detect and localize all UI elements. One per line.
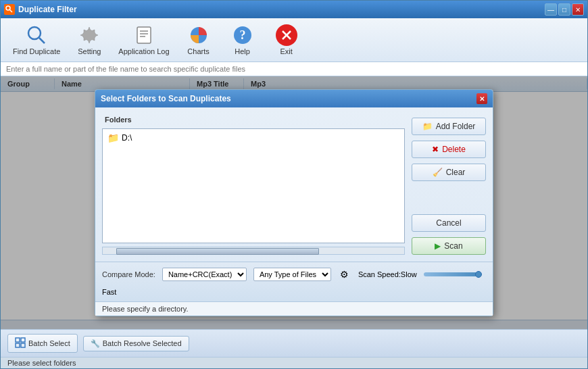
folder-icon: 📁 — [107, 132, 119, 143]
toolbar-find-duplicate[interactable]: Find Duplicate — [7, 22, 66, 58]
batch-resolve-label: Batch Resolve Selected — [103, 339, 182, 347]
modal-title: Select Folders to Scan Duplicates — [101, 94, 231, 103]
title-bar: Duplicate Filter — □ ✕ — [1, 1, 587, 18]
folder-path: D:\ — [122, 133, 132, 143]
search-bar — [1, 62, 587, 76]
scan-button[interactable]: ▶ Scan — [412, 237, 486, 255]
folder-item: 📁 D:\ — [105, 131, 402, 145]
svg-rect-6 — [137, 27, 151, 43]
maximize-button[interactable]: □ — [558, 3, 570, 16]
scroll-thumb — [116, 248, 319, 255]
status-bar: Please select folders — [1, 357, 587, 368]
add-folder-label: Add Folder — [436, 122, 476, 131]
batch-select-label: Batch Select — [28, 339, 70, 347]
folders-list[interactable]: 📁 D:\ — [102, 128, 405, 243]
exit-label: Exit — [280, 47, 292, 55]
window-controls: — □ ✕ — [545, 3, 584, 16]
button-spacer — [412, 187, 486, 209]
add-folder-icon: 📁 — [422, 122, 433, 131]
title-bar-left: Duplicate Filter — [4, 4, 77, 15]
modal-body: Folders 📁 D:\ — [95, 107, 493, 262]
toolbar-application-log[interactable]: Application Log — [113, 22, 174, 58]
close-button[interactable]: ✕ — [572, 3, 584, 16]
main-content: Group Name Mp3 Title Mp3 Select Folders … — [1, 76, 587, 329]
exit-icon — [276, 24, 297, 46]
file-settings-icon[interactable]: ⚙ — [338, 268, 351, 281]
modal-dialog: Select Folders to Scan Duplicates ✕ Fold… — [95, 89, 493, 316]
svg-rect-14 — [16, 338, 20, 342]
cancel-button[interactable]: Cancel — [412, 214, 486, 232]
app-icon — [4, 4, 15, 15]
cancel-label: Cancel — [436, 218, 461, 228]
svg-line-4 — [39, 38, 45, 43]
find-duplicate-icon — [26, 24, 47, 46]
scan-speed-label: Scan Speed:Slow — [358, 270, 417, 278]
clear-label: Clear — [446, 168, 466, 177]
modal-close-button[interactable]: ✕ — [476, 93, 487, 104]
application-log-label: Application Log — [118, 47, 169, 55]
clear-button[interactable]: 🧹 Clear — [412, 164, 486, 181]
help-label: Help — [235, 47, 250, 55]
svg-rect-17 — [21, 343, 25, 347]
delete-button[interactable]: ✖ Delete — [412, 141, 486, 158]
compare-mode-label: Compare Mode: — [102, 270, 155, 278]
search-input[interactable] — [6, 65, 582, 73]
scan-label: Scan — [444, 241, 462, 251]
add-folder-button[interactable]: 📁 Add Folder — [412, 118, 486, 135]
toolbar: Find Duplicate Setting Application Log — [1, 18, 587, 62]
bottom-bar: Batch Select 🔧 Batch Resolve Selected — [1, 329, 587, 357]
folders-scrollbar[interactable] — [102, 247, 405, 255]
svg-rect-15 — [21, 338, 25, 342]
application-log-icon — [133, 24, 155, 46]
modal-footer: Compare Mode: Name+CRC(Exact) Any Type o… — [95, 262, 493, 301]
delete-label: Delete — [442, 145, 466, 154]
toolbar-setting[interactable]: Setting — [69, 22, 109, 58]
modal-status: Please specify a directory. — [95, 301, 493, 316]
batch-resolve-icon: 🔧 — [91, 339, 100, 348]
modal-title-bar: Select Folders to Scan Duplicates ✕ — [95, 90, 493, 107]
batch-select-button[interactable]: Batch Select — [7, 334, 78, 353]
toolbar-help[interactable]: ? Help — [222, 22, 263, 58]
scan-icon: ▶ — [435, 241, 441, 251]
file-type-select[interactable]: Any Type of Files — [253, 268, 331, 281]
modal-overlay: Select Folders to Scan Duplicates ✕ Fold… — [1, 76, 587, 329]
clear-icon: 🧹 — [433, 168, 443, 177]
compare-mode-select[interactable]: Name+CRC(Exact) — [162, 268, 247, 281]
status-message: Please select folders — [7, 359, 76, 367]
find-duplicate-label: Find Duplicate — [13, 47, 60, 55]
toolbar-charts[interactable]: Charts — [178, 22, 219, 58]
modal-folder-section: Folders 📁 D:\ — [102, 114, 405, 255]
folders-header: Folders — [102, 114, 405, 125]
batch-select-icon — [15, 337, 26, 349]
minimize-button[interactable]: — — [545, 3, 557, 16]
setting-icon — [78, 24, 100, 46]
charts-icon — [188, 24, 210, 46]
setting-label: Setting — [78, 47, 101, 55]
batch-resolve-button[interactable]: 🔧 Batch Resolve Selected — [83, 336, 189, 351]
help-icon: ? — [232, 24, 253, 46]
svg-text:?: ? — [239, 28, 245, 42]
svg-rect-16 — [16, 343, 20, 347]
speed-slider[interactable] — [424, 272, 478, 276]
delete-icon: ✖ — [432, 145, 439, 154]
modal-buttons: 📁 Add Folder ✖ Delete 🧹 Clear — [412, 114, 486, 255]
charts-label: Charts — [187, 47, 209, 55]
svg-point-3 — [28, 27, 41, 39]
fast-label: Fast — [102, 288, 116, 296]
window-title: Duplicate Filter — [18, 5, 77, 14]
toolbar-exit[interactable]: Exit — [266, 22, 307, 58]
main-window: Duplicate Filter — □ ✕ Find Duplicate — [0, 0, 588, 369]
